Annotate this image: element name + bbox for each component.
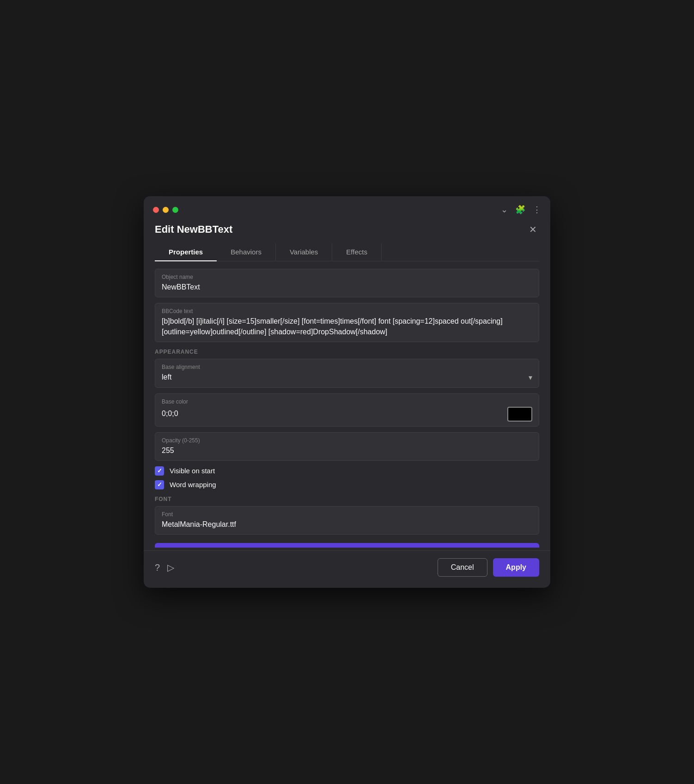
apply-button[interactable]: Apply bbox=[493, 558, 539, 577]
dialog-footer: ? ▷ Cancel Apply bbox=[144, 550, 550, 588]
opacity-value: 255 bbox=[162, 446, 532, 456]
appearance-section-label: APPEARANCE bbox=[155, 349, 539, 355]
dialog-window: ⌄ 🧩 ⋮ Edit NewBBText ✕ Properties Behavi… bbox=[144, 196, 550, 588]
tab-bar: Properties Behaviors Variables Effects bbox=[155, 243, 539, 261]
cancel-button[interactable]: Cancel bbox=[438, 558, 487, 577]
titlebar: ⌄ 🧩 ⋮ bbox=[144, 196, 550, 219]
tab-properties[interactable]: Properties bbox=[155, 243, 217, 261]
bbcode-text-field[interactable]: BBCode text [b]bold[/b] [i]italic[/i] [s… bbox=[155, 303, 539, 342]
tab-variables[interactable]: Variables bbox=[276, 243, 332, 261]
base-color-label: Base color bbox=[162, 398, 532, 405]
font-label: Font bbox=[162, 511, 532, 518]
chevron-down-icon: ▾ bbox=[529, 373, 532, 382]
traffic-lights bbox=[153, 207, 178, 213]
object-name-field[interactable]: Object name NewBBText bbox=[155, 269, 539, 297]
base-alignment-label: Base alignment bbox=[162, 364, 532, 370]
close-window-button[interactable] bbox=[153, 207, 159, 213]
minimize-window-button[interactable] bbox=[163, 207, 169, 213]
checkmark-icon: ✓ bbox=[157, 467, 162, 474]
visible-on-start-row: ✓ Visible on start bbox=[155, 466, 539, 476]
maximize-window-button[interactable] bbox=[172, 207, 178, 213]
font-value: MetalMania-Regular.ttf bbox=[162, 519, 532, 530]
bbcode-text-label: BBCode text bbox=[162, 308, 532, 314]
dialog-title: Edit NewBBText bbox=[155, 223, 232, 235]
object-name-label: Object name bbox=[162, 274, 532, 280]
word-wrapping-checkbox[interactable]: ✓ bbox=[155, 480, 164, 489]
opacity-field[interactable]: Opacity (0-255) 255 bbox=[155, 432, 539, 461]
play-icon[interactable]: ▷ bbox=[167, 562, 174, 573]
base-color-row: 0;0;0 bbox=[162, 407, 532, 422]
visible-on-start-checkbox[interactable]: ✓ bbox=[155, 466, 164, 476]
chevron-down-icon[interactable]: ⌄ bbox=[501, 205, 508, 215]
dialog-header: Edit NewBBText ✕ bbox=[144, 219, 550, 243]
puzzle-icon[interactable]: 🧩 bbox=[515, 205, 525, 215]
font-field[interactable]: Font MetalMania-Regular.ttf bbox=[155, 506, 539, 535]
checkmark-icon: ✓ bbox=[157, 481, 162, 488]
visible-on-start-label: Visible on start bbox=[170, 467, 215, 475]
titlebar-actions: ⌄ 🧩 ⋮ bbox=[501, 205, 541, 215]
base-alignment-value: left bbox=[162, 372, 171, 382]
properties-content: Object name NewBBText BBCode text [b]bol… bbox=[144, 261, 550, 548]
object-name-value: NewBBText bbox=[162, 282, 532, 292]
bbcode-text-value: [b]bold[/b] [i]italic[/i] [size=15]small… bbox=[162, 316, 532, 337]
footer-right-actions: Cancel Apply bbox=[438, 558, 539, 577]
base-color-field[interactable]: Base color 0;0;0 bbox=[155, 393, 539, 427]
opacity-label: Opacity (0-255) bbox=[162, 437, 532, 444]
color-swatch[interactable] bbox=[507, 407, 532, 422]
help-icon[interactable]: ? bbox=[155, 562, 160, 573]
word-wrapping-row: ✓ Word wrapping bbox=[155, 480, 539, 489]
base-color-value: 0;0;0 bbox=[162, 409, 178, 419]
ellipsis-icon[interactable]: ⋮ bbox=[533, 205, 541, 215]
dialog-close-button[interactable]: ✕ bbox=[526, 223, 539, 236]
replace-button[interactable]: Replace bbox=[155, 543, 539, 548]
base-alignment-field[interactable]: Base alignment left ▾ bbox=[155, 359, 539, 387]
font-section-label: FONT bbox=[155, 496, 539, 502]
tab-effects[interactable]: Effects bbox=[332, 243, 382, 261]
tab-behaviors[interactable]: Behaviors bbox=[217, 243, 276, 261]
word-wrapping-label: Word wrapping bbox=[170, 481, 216, 488]
footer-left-actions: ? ▷ bbox=[155, 562, 174, 573]
base-alignment-row: left ▾ bbox=[162, 372, 532, 382]
